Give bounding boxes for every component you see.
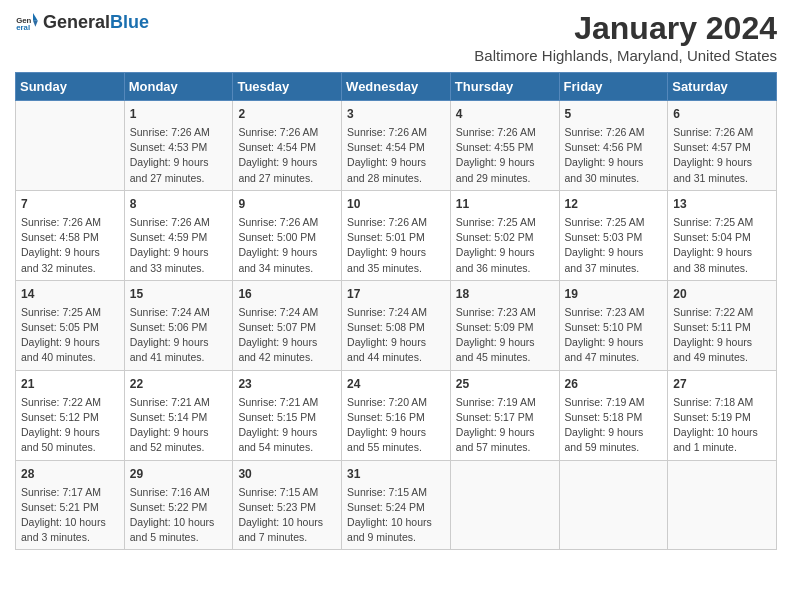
svg-text:eral: eral bbox=[16, 23, 30, 32]
calendar-cell: 9Sunrise: 7:26 AM Sunset: 5:00 PM Daylig… bbox=[233, 190, 342, 280]
calendar-cell: 17Sunrise: 7:24 AM Sunset: 5:08 PM Dayli… bbox=[342, 280, 451, 370]
cell-content: Sunrise: 7:19 AM Sunset: 5:18 PM Dayligh… bbox=[565, 395, 663, 456]
date-number: 12 bbox=[565, 195, 663, 213]
cell-content: Sunrise: 7:26 AM Sunset: 4:56 PM Dayligh… bbox=[565, 125, 663, 186]
calendar-cell: 27Sunrise: 7:18 AM Sunset: 5:19 PM Dayli… bbox=[668, 370, 777, 460]
date-number: 2 bbox=[238, 105, 336, 123]
calendar-cell: 3Sunrise: 7:26 AM Sunset: 4:54 PM Daylig… bbox=[342, 101, 451, 191]
date-number: 31 bbox=[347, 465, 445, 483]
calendar-header: SundayMondayTuesdayWednesdayThursdayFrid… bbox=[16, 73, 777, 101]
calendar-cell: 5Sunrise: 7:26 AM Sunset: 4:56 PM Daylig… bbox=[559, 101, 668, 191]
cell-content: Sunrise: 7:26 AM Sunset: 4:53 PM Dayligh… bbox=[130, 125, 228, 186]
title-area: January 2024 Baltimore Highlands, Maryla… bbox=[474, 10, 777, 64]
calendar-cell: 13Sunrise: 7:25 AM Sunset: 5:04 PM Dayli… bbox=[668, 190, 777, 280]
date-number: 29 bbox=[130, 465, 228, 483]
date-number: 1 bbox=[130, 105, 228, 123]
week-row-2: 7Sunrise: 7:26 AM Sunset: 4:58 PM Daylig… bbox=[16, 190, 777, 280]
cell-content: Sunrise: 7:21 AM Sunset: 5:14 PM Dayligh… bbox=[130, 395, 228, 456]
date-number: 22 bbox=[130, 375, 228, 393]
date-number: 28 bbox=[21, 465, 119, 483]
calendar-cell: 7Sunrise: 7:26 AM Sunset: 4:58 PM Daylig… bbox=[16, 190, 125, 280]
logo: Gen eral GeneralBlue bbox=[15, 10, 149, 34]
date-number: 4 bbox=[456, 105, 554, 123]
date-number: 3 bbox=[347, 105, 445, 123]
date-number: 19 bbox=[565, 285, 663, 303]
calendar-cell: 25Sunrise: 7:19 AM Sunset: 5:17 PM Dayli… bbox=[450, 370, 559, 460]
cell-content: Sunrise: 7:15 AM Sunset: 5:23 PM Dayligh… bbox=[238, 485, 336, 546]
cell-content: Sunrise: 7:26 AM Sunset: 4:58 PM Dayligh… bbox=[21, 215, 119, 276]
header-day-friday: Friday bbox=[559, 73, 668, 101]
calendar-cell: 14Sunrise: 7:25 AM Sunset: 5:05 PM Dayli… bbox=[16, 280, 125, 370]
logo-general: General bbox=[43, 12, 110, 33]
header-row: SundayMondayTuesdayWednesdayThursdayFrid… bbox=[16, 73, 777, 101]
calendar-cell: 28Sunrise: 7:17 AM Sunset: 5:21 PM Dayli… bbox=[16, 460, 125, 550]
cell-content: Sunrise: 7:25 AM Sunset: 5:03 PM Dayligh… bbox=[565, 215, 663, 276]
calendar-cell: 19Sunrise: 7:23 AM Sunset: 5:10 PM Dayli… bbox=[559, 280, 668, 370]
calendar-cell: 30Sunrise: 7:15 AM Sunset: 5:23 PM Dayli… bbox=[233, 460, 342, 550]
main-title: January 2024 bbox=[474, 10, 777, 47]
header-day-wednesday: Wednesday bbox=[342, 73, 451, 101]
date-number: 25 bbox=[456, 375, 554, 393]
cell-content: Sunrise: 7:26 AM Sunset: 4:59 PM Dayligh… bbox=[130, 215, 228, 276]
week-row-4: 21Sunrise: 7:22 AM Sunset: 5:12 PM Dayli… bbox=[16, 370, 777, 460]
cell-content: Sunrise: 7:24 AM Sunset: 5:07 PM Dayligh… bbox=[238, 305, 336, 366]
date-number: 24 bbox=[347, 375, 445, 393]
date-number: 18 bbox=[456, 285, 554, 303]
calendar-cell: 2Sunrise: 7:26 AM Sunset: 4:54 PM Daylig… bbox=[233, 101, 342, 191]
cell-content: Sunrise: 7:25 AM Sunset: 5:02 PM Dayligh… bbox=[456, 215, 554, 276]
date-number: 15 bbox=[130, 285, 228, 303]
svg-marker-3 bbox=[33, 21, 38, 27]
date-number: 5 bbox=[565, 105, 663, 123]
cell-content: Sunrise: 7:22 AM Sunset: 5:11 PM Dayligh… bbox=[673, 305, 771, 366]
header-day-sunday: Sunday bbox=[16, 73, 125, 101]
date-number: 11 bbox=[456, 195, 554, 213]
date-number: 27 bbox=[673, 375, 771, 393]
cell-content: Sunrise: 7:17 AM Sunset: 5:21 PM Dayligh… bbox=[21, 485, 119, 546]
calendar-cell: 11Sunrise: 7:25 AM Sunset: 5:02 PM Dayli… bbox=[450, 190, 559, 280]
date-number: 16 bbox=[238, 285, 336, 303]
week-row-5: 28Sunrise: 7:17 AM Sunset: 5:21 PM Dayli… bbox=[16, 460, 777, 550]
calendar-cell: 21Sunrise: 7:22 AM Sunset: 5:12 PM Dayli… bbox=[16, 370, 125, 460]
date-number: 21 bbox=[21, 375, 119, 393]
cell-content: Sunrise: 7:26 AM Sunset: 4:57 PM Dayligh… bbox=[673, 125, 771, 186]
cell-content: Sunrise: 7:26 AM Sunset: 5:01 PM Dayligh… bbox=[347, 215, 445, 276]
header-day-thursday: Thursday bbox=[450, 73, 559, 101]
calendar-cell: 1Sunrise: 7:26 AM Sunset: 4:53 PM Daylig… bbox=[124, 101, 233, 191]
week-row-1: 1Sunrise: 7:26 AM Sunset: 4:53 PM Daylig… bbox=[16, 101, 777, 191]
cell-content: Sunrise: 7:26 AM Sunset: 4:55 PM Dayligh… bbox=[456, 125, 554, 186]
date-number: 13 bbox=[673, 195, 771, 213]
cell-content: Sunrise: 7:26 AM Sunset: 5:00 PM Dayligh… bbox=[238, 215, 336, 276]
calendar-cell: 8Sunrise: 7:26 AM Sunset: 4:59 PM Daylig… bbox=[124, 190, 233, 280]
calendar-cell: 16Sunrise: 7:24 AM Sunset: 5:07 PM Dayli… bbox=[233, 280, 342, 370]
cell-content: Sunrise: 7:25 AM Sunset: 5:04 PM Dayligh… bbox=[673, 215, 771, 276]
cell-content: Sunrise: 7:24 AM Sunset: 5:08 PM Dayligh… bbox=[347, 305, 445, 366]
cell-content: Sunrise: 7:20 AM Sunset: 5:16 PM Dayligh… bbox=[347, 395, 445, 456]
calendar-cell bbox=[450, 460, 559, 550]
cell-content: Sunrise: 7:24 AM Sunset: 5:06 PM Dayligh… bbox=[130, 305, 228, 366]
calendar-cell: 22Sunrise: 7:21 AM Sunset: 5:14 PM Dayli… bbox=[124, 370, 233, 460]
calendar-cell bbox=[16, 101, 125, 191]
date-number: 14 bbox=[21, 285, 119, 303]
calendar-cell bbox=[559, 460, 668, 550]
calendar-cell: 29Sunrise: 7:16 AM Sunset: 5:22 PM Dayli… bbox=[124, 460, 233, 550]
calendar-cell: 20Sunrise: 7:22 AM Sunset: 5:11 PM Dayli… bbox=[668, 280, 777, 370]
date-number: 23 bbox=[238, 375, 336, 393]
cell-content: Sunrise: 7:26 AM Sunset: 4:54 PM Dayligh… bbox=[238, 125, 336, 186]
calendar-cell: 24Sunrise: 7:20 AM Sunset: 5:16 PM Dayli… bbox=[342, 370, 451, 460]
svg-marker-2 bbox=[33, 13, 38, 21]
cell-content: Sunrise: 7:25 AM Sunset: 5:05 PM Dayligh… bbox=[21, 305, 119, 366]
cell-content: Sunrise: 7:22 AM Sunset: 5:12 PM Dayligh… bbox=[21, 395, 119, 456]
calendar-cell: 6Sunrise: 7:26 AM Sunset: 4:57 PM Daylig… bbox=[668, 101, 777, 191]
date-number: 20 bbox=[673, 285, 771, 303]
calendar-cell: 15Sunrise: 7:24 AM Sunset: 5:06 PM Dayli… bbox=[124, 280, 233, 370]
calendar-cell: 26Sunrise: 7:19 AM Sunset: 5:18 PM Dayli… bbox=[559, 370, 668, 460]
cell-content: Sunrise: 7:26 AM Sunset: 4:54 PM Dayligh… bbox=[347, 125, 445, 186]
calendar-body: 1Sunrise: 7:26 AM Sunset: 4:53 PM Daylig… bbox=[16, 101, 777, 550]
calendar-cell: 4Sunrise: 7:26 AM Sunset: 4:55 PM Daylig… bbox=[450, 101, 559, 191]
date-number: 17 bbox=[347, 285, 445, 303]
cell-content: Sunrise: 7:19 AM Sunset: 5:17 PM Dayligh… bbox=[456, 395, 554, 456]
date-number: 30 bbox=[238, 465, 336, 483]
date-number: 10 bbox=[347, 195, 445, 213]
cell-content: Sunrise: 7:23 AM Sunset: 5:09 PM Dayligh… bbox=[456, 305, 554, 366]
date-number: 26 bbox=[565, 375, 663, 393]
